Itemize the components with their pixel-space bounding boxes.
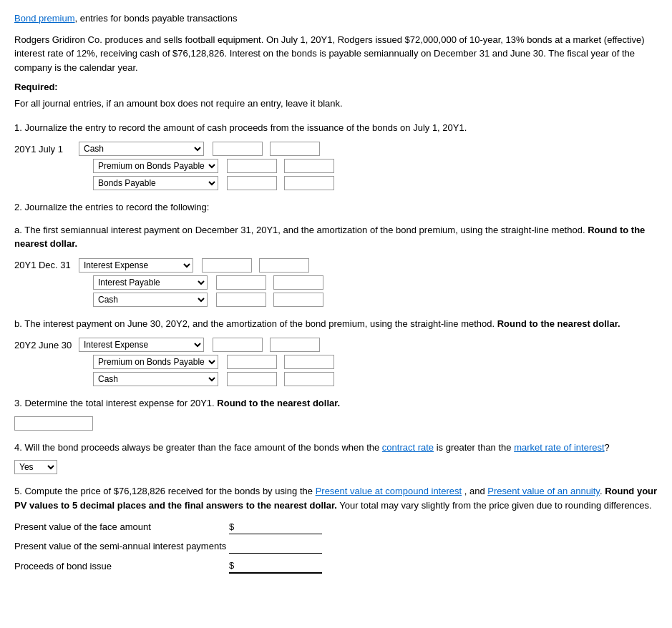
q2a-account-select-3[interactable]: Cash Interest Expense Interest Payable [93, 293, 208, 307]
q2b-row-3: Cash Interest Expense Premium on Bonds P… [14, 372, 658, 386]
q5-pv-compound-link[interactable]: Present value at compound interest [316, 486, 462, 496]
q4-contract-rate-link[interactable]: contract rate [382, 442, 434, 453]
q4-answer-row: Yes No [14, 460, 658, 474]
q2b-journal: 20Y2 June 30 Interest Expense Premium on… [14, 338, 658, 386]
instruction-text: For all journal entries, if an amount bo… [14, 97, 658, 111]
q2a-input-pair-3 [212, 293, 323, 307]
pv-semi-input-wrapper [229, 539, 322, 554]
q2b-account-select-3[interactable]: Cash Interest Expense Premium on Bonds P… [93, 372, 218, 386]
q4-market-rate-link[interactable]: market rate of interest [514, 442, 604, 453]
intro-line1: Bond premium, entries for bonds payable … [14, 11, 658, 26]
q2a-row-2: Interest Payable Interest Expense Cash [14, 275, 658, 290]
pv-face-row: Present value of the face amount $ [14, 519, 658, 534]
q2a-credit-2[interactable] [273, 275, 323, 290]
q3-header: 3. Determine the total interest expense … [14, 396, 658, 411]
q5-header: 5. Compute the price of $76,128,826 rece… [14, 484, 658, 512]
q2a-credit-3[interactable] [273, 293, 323, 307]
q2b-debit-2[interactable] [227, 355, 277, 369]
pv-table: Present value of the face amount $ Prese… [14, 519, 658, 574]
q2-header: 2. Journalize the entries to record the … [14, 200, 658, 215]
q2a-debit-3[interactable] [216, 293, 266, 307]
q2b-row-1: 20Y2 June 30 Interest Expense Premium on… [14, 338, 658, 352]
pv-face-input-wrapper: $ [229, 519, 322, 534]
q1-account-select-2[interactable]: Premium on Bonds Payable Cash Bonds Paya… [93, 159, 218, 173]
q2a-debit-2[interactable] [216, 275, 266, 290]
pv-face-dollar: $ [229, 521, 234, 532]
q2b-credit-2[interactable] [284, 355, 334, 369]
q2b-credit-1[interactable] [270, 338, 320, 352]
pv-face-label: Present value of the face amount [14, 521, 229, 532]
q2b-date-label: 20Y2 June 30 [14, 340, 79, 350]
q2a-header: a. The first semiannual interest payment… [14, 223, 658, 251]
q1-debit-2[interactable] [227, 159, 277, 173]
required-label: Required: [14, 82, 658, 92]
q3-input[interactable] [14, 416, 93, 431]
q2a-row-3: Cash Interest Expense Interest Payable [14, 293, 658, 307]
q2b-input-pair-3 [223, 372, 334, 386]
q2b-account-select-2[interactable]: Premium on Bonds Payable Interest Expens… [93, 355, 218, 369]
q2b-header: b. The interest payment on June 30, 20Y2… [14, 317, 658, 331]
q1-debit-3[interactable] [227, 176, 277, 190]
q1-input-pair-2 [223, 159, 334, 173]
q1-row-2: Premium on Bonds Payable Cash Bonds Paya… [14, 159, 658, 173]
q1-account-select-1[interactable]: Cash Premium on Bonds Payable Bonds Paya… [79, 142, 204, 156]
proceeds-dollar: $ [229, 560, 234, 571]
pv-semi-label: Present value of the semi-annual interes… [14, 541, 229, 551]
q2a-account-select-1[interactable]: Interest Expense Interest Payable Cash [79, 258, 193, 273]
q2b-account-select-1[interactable]: Interest Expense Premium on Bonds Payabl… [79, 338, 204, 352]
q2b-row-2: Premium on Bonds Payable Interest Expens… [14, 355, 658, 369]
proceeds-input-wrapper: $ [229, 558, 322, 574]
q2b-input-pair-2 [223, 355, 334, 369]
q2a-journal: 20Y1 Dec. 31 Interest Expense Interest P… [14, 258, 658, 307]
q2b-debit-3[interactable] [227, 372, 277, 386]
pv-semi-row: Present value of the semi-annual interes… [14, 539, 658, 554]
proceeds-input[interactable] [235, 558, 321, 572]
proceeds-label: Proceeds of bond issue [14, 561, 229, 571]
q1-credit-2[interactable] [284, 159, 334, 173]
pv-semi-input[interactable] [229, 539, 315, 553]
q2a-debit-1[interactable] [202, 258, 252, 273]
q2a-input-pair-2 [212, 275, 323, 290]
q2b-debit-1[interactable] [213, 338, 263, 352]
q2a-row-1: 20Y1 Dec. 31 Interest Expense Interest P… [14, 258, 658, 273]
q1-row-3: Bonds Payable Cash Premium on Bonds Paya… [14, 176, 658, 190]
q2b-credit-3[interactable] [284, 372, 334, 386]
q1-credit-3[interactable] [284, 176, 334, 190]
q1-account-select-3[interactable]: Bonds Payable Cash Premium on Bonds Paya… [93, 176, 218, 190]
q5-pv-annuity-link[interactable]: Present value of an annuity [487, 486, 600, 496]
pv-face-input[interactable] [235, 519, 321, 534]
q4-yes-no-select[interactable]: Yes No [14, 460, 57, 474]
bond-premium-link[interactable]: Bond premium [14, 13, 75, 24]
q2a-credit-1[interactable] [259, 258, 309, 273]
q1-input-pair-1 [208, 142, 320, 156]
q1-journal: 20Y1 July 1 Cash Premium on Bonds Payabl… [14, 142, 658, 190]
q1-date-label: 20Y1 July 1 [14, 144, 79, 154]
q1-header: 1. Journalize the entry to record the am… [14, 121, 658, 135]
q2a-input-pair-1 [198, 258, 309, 273]
proceeds-row: Proceeds of bond issue $ [14, 558, 658, 574]
q1-debit-1[interactable] [213, 142, 263, 156]
q1-row-1: 20Y1 July 1 Cash Premium on Bonds Payabl… [14, 142, 658, 156]
q2b-input-pair-1 [208, 338, 320, 352]
q1-credit-1[interactable] [270, 142, 320, 156]
intro-paragraph: Rodgers Gridiron Co. produces and sells … [14, 33, 658, 75]
q2a-account-select-2[interactable]: Interest Payable Interest Expense Cash [93, 275, 208, 290]
q2a-date-label: 20Y1 Dec. 31 [14, 260, 79, 270]
q1-input-pair-3 [223, 176, 334, 190]
q4-header: 4. Will the bond proceeds always be grea… [14, 441, 658, 455]
